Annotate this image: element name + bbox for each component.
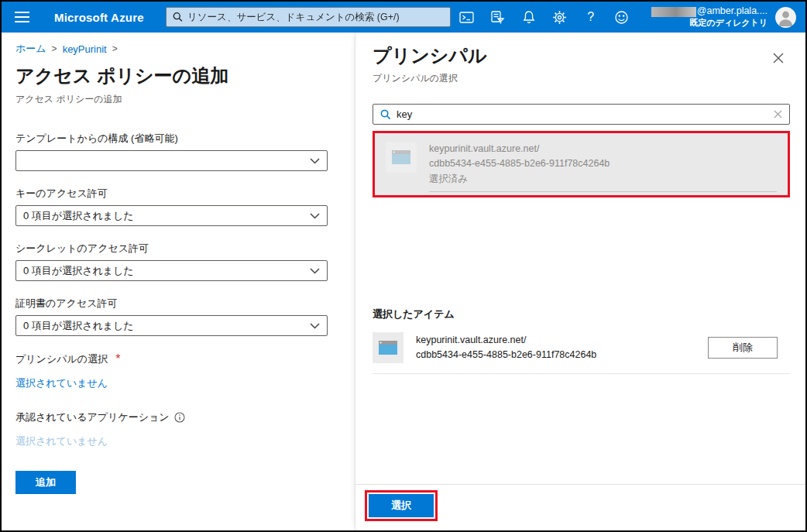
account-email: @amber.plala.... — [651, 5, 768, 18]
breadcrumb-separator: > — [52, 43, 57, 54]
select-button-annotation: 選択 — [365, 490, 438, 521]
breadcrumb-keypurinit-link[interactable]: keyPurinit — [63, 43, 107, 55]
panel-title: プリンシパル — [373, 43, 767, 68]
notifications-button[interactable] — [513, 2, 544, 33]
application-icon — [373, 332, 404, 363]
add-access-policy-panel: ホーム > keyPurinit > アクセス ポリシーの追加 アクセス ポリシ… — [2, 33, 355, 530]
page-subtitle: アクセス ポリシーの追加 — [15, 93, 328, 106]
chevron-down-icon — [310, 158, 320, 164]
selected-items-header: 選択したアイテム — [373, 307, 790, 321]
secret-permissions-label: シークレットのアクセス許可 — [15, 242, 328, 256]
gear-icon — [552, 10, 567, 25]
panel-footer: 選択 — [355, 484, 805, 530]
template-dropdown[interactable] — [15, 150, 328, 171]
select-button[interactable]: 選択 — [369, 494, 434, 517]
application-icon — [386, 142, 417, 173]
remove-button[interactable]: 削除 — [708, 337, 778, 359]
result-name: keypurinit.vault.azure.net/ — [429, 142, 777, 156]
bell-icon — [522, 10, 536, 25]
select-principal-link[interactable]: 選択されていません — [15, 376, 108, 390]
settings-button[interactable] — [544, 2, 575, 33]
principal-search-box[interactable] — [373, 104, 790, 125]
account-directory: 既定のディレクトリ — [651, 18, 768, 29]
directory-filter-icon — [490, 10, 505, 25]
cloud-shell-icon — [459, 10, 474, 25]
search-icon — [173, 12, 183, 22]
breadcrumb-separator: > — [112, 43, 118, 54]
authorized-application-label: 承認されているアプリケーション — [15, 410, 170, 424]
cloud-shell-button[interactable] — [452, 2, 482, 33]
close-icon — [773, 53, 784, 63]
certificate-permissions-dropdown[interactable]: 0 項目が選択されました — [15, 315, 328, 336]
smiley-icon — [614, 10, 629, 25]
chevron-down-icon — [310, 268, 320, 274]
add-button[interactable]: 追加 — [15, 471, 76, 494]
key-permissions-dropdown[interactable]: 0 項目が選択されました — [15, 205, 328, 226]
result-status: 選択済み — [429, 172, 777, 187]
topbar-icon-group: ? — [452, 2, 637, 33]
global-search-box[interactable] — [166, 7, 451, 27]
chevron-down-icon — [310, 323, 320, 329]
result-guid: cdbb5434-e455-4885-b2e6-911f78c4264b — [429, 156, 777, 171]
search-icon — [380, 109, 391, 120]
clear-icon — [774, 110, 782, 118]
hamburger-icon — [15, 12, 29, 22]
global-search-input[interactable] — [187, 12, 444, 22]
required-asterisk: * — [115, 352, 120, 366]
redacted-email-blur — [651, 7, 696, 17]
principal-panel: プリンシパル プリンシパルの選択 — [355, 33, 805, 530]
secret-permissions-dropdown[interactable]: 0 項目が選択されました — [15, 260, 328, 281]
breadcrumb-home-link[interactable]: ホーム — [15, 42, 46, 56]
brand-title: Microsoft Azure — [54, 11, 144, 24]
help-button[interactable]: ? — [575, 2, 606, 33]
key-permissions-label: キーのアクセス許可 — [15, 187, 328, 201]
feedback-button[interactable] — [606, 2, 637, 33]
avatar[interactable] — [775, 7, 796, 28]
clear-search-button[interactable] — [774, 110, 782, 118]
info-icon[interactable] — [174, 412, 185, 423]
hamburger-menu-button[interactable] — [2, 12, 42, 22]
selected-item-name: keypurinit.vault.azure.net/ — [416, 333, 695, 348]
page-title: アクセス ポリシーの追加 — [15, 63, 328, 88]
close-panel-button[interactable] — [767, 46, 790, 70]
help-icon: ? — [587, 10, 594, 24]
certificate-permissions-label: 証明書のアクセス許可 — [15, 297, 328, 311]
panel-subtitle: プリンシパルの選択 — [373, 72, 790, 85]
selected-item-guid: cdbb5434-e455-4885-b2e6-911f78c4264b — [416, 348, 695, 362]
select-principal-label: プリンシパルの選択 — [15, 352, 108, 366]
search-result-item-annotated[interactable]: keypurinit.vault.azure.net/ cdbb5434-e45… — [373, 131, 790, 197]
selected-item-row: keypurinit.vault.azure.net/ cdbb5434-e45… — [373, 332, 790, 374]
authorized-application-link: 選択されていません — [15, 434, 108, 448]
template-field-label: テンプレートからの構成 (省略可能) — [15, 132, 328, 146]
directory-filter-button[interactable] — [482, 2, 513, 33]
top-bar: Microsoft Azure — [2, 2, 805, 33]
account-info[interactable]: @amber.plala.... 既定のディレクトリ — [651, 5, 768, 28]
principal-search-input[interactable] — [397, 108, 774, 120]
breadcrumb: ホーム > keyPurinit > — [15, 42, 328, 56]
azure-portal-window: Microsoft Azure — [0, 0, 807, 532]
chevron-down-icon — [310, 213, 320, 219]
person-icon — [775, 7, 796, 28]
